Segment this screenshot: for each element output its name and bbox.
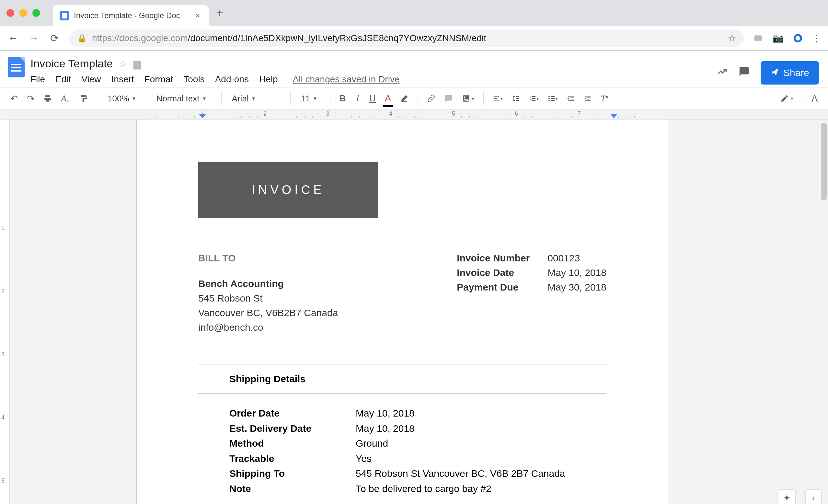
- scrollbar-track[interactable]: [820, 120, 828, 504]
- italic-button[interactable]: I: [351, 91, 364, 106]
- paint-format-button[interactable]: [76, 91, 92, 106]
- scrollbar-thumb[interactable]: [821, 123, 827, 201]
- vertical-ruler[interactable]: 1 2 3 4 5: [0, 120, 10, 504]
- ruler-number: 5: [452, 111, 455, 117]
- menu-edit[interactable]: Edit: [55, 74, 71, 85]
- editing-mode-button[interactable]: ▾: [777, 91, 797, 106]
- lock-icon: 🔒: [77, 34, 87, 43]
- camera-icon[interactable]: 📷: [773, 33, 784, 43]
- insert-link-button[interactable]: [423, 91, 439, 106]
- browser-tab[interactable]: Invoice Template - Google Doc ×: [53, 5, 209, 26]
- order-date: May 10, 2018: [356, 406, 415, 421]
- invoice-date-label: Invoice Date: [457, 265, 531, 280]
- bookmark-star-icon[interactable]: ☆: [728, 32, 736, 44]
- font-size-select[interactable]: 11▾: [296, 91, 325, 106]
- payment-due-label: Payment Due: [457, 280, 531, 294]
- bill-to-label: BILL TO: [198, 251, 338, 265]
- toolbar: ↶ ↷ A✓ 100%▾ Normal text▾ Arial▾ 11▾ B I…: [0, 87, 828, 110]
- shipping-section: Shipping Details Order DateMay 10, 2018 …: [198, 364, 607, 504]
- bold-button[interactable]: B: [336, 91, 350, 106]
- document-page[interactable]: INVOICE BILL TO Bench Accounting 545 Rob…: [137, 120, 668, 504]
- docs-header: Invoice Template ☆ ▆ File Edit View Inse…: [0, 51, 828, 87]
- ruler-number: 7: [578, 111, 581, 117]
- menu-addons[interactable]: Add-ons: [215, 74, 249, 85]
- star-document-icon[interactable]: ☆: [119, 58, 128, 69]
- insert-image-button[interactable]: ▾: [458, 91, 478, 106]
- document-title[interactable]: Invoice Template: [31, 57, 113, 70]
- svg-point-2: [464, 96, 465, 98]
- print-button[interactable]: [40, 91, 56, 106]
- forward-button[interactable]: →: [28, 32, 40, 44]
- increase-indent-button[interactable]: [580, 91, 595, 106]
- comments-icon[interactable]: [739, 66, 750, 80]
- tab-close-icon[interactable]: ×: [194, 11, 202, 21]
- menu-view[interactable]: View: [81, 74, 101, 85]
- invoice-number-label: Invoice Number: [457, 251, 531, 265]
- new-tab-button[interactable]: +: [216, 6, 223, 20]
- explore-button[interactable]: [778, 490, 796, 504]
- numbered-list-button[interactable]: 123▾: [525, 91, 543, 106]
- bulleted-list-button[interactable]: ▾: [544, 91, 562, 106]
- browser-menu-icon[interactable]: ⋮: [812, 32, 821, 44]
- extension-icon[interactable]: [753, 33, 763, 43]
- svg-point-15: [548, 96, 550, 97]
- back-button[interactable]: ←: [7, 32, 19, 44]
- side-panel-toggle[interactable]: ‹: [805, 490, 822, 504]
- window-controls: [6, 9, 40, 17]
- invoice-banner: INVOICE: [198, 162, 378, 218]
- underline-button[interactable]: U: [365, 91, 380, 106]
- redo-button[interactable]: ↷: [23, 91, 38, 106]
- zoom-select[interactable]: 100%▾: [102, 91, 140, 106]
- bill-company: Bench Accounting: [198, 276, 338, 291]
- menu-insert[interactable]: Insert: [112, 74, 134, 85]
- align-button[interactable]: ▾: [489, 91, 507, 106]
- window-minimize-icon[interactable]: [19, 9, 27, 17]
- bill-street: 545 Robson St: [198, 291, 338, 305]
- window-close-icon[interactable]: [6, 9, 14, 17]
- undo-button[interactable]: ↶: [6, 91, 22, 106]
- note: To be delivered to cargo bay #2: [356, 481, 491, 497]
- menu-file[interactable]: File: [31, 74, 45, 85]
- window-maximize-icon[interactable]: [32, 9, 40, 17]
- share-label: Share: [783, 68, 809, 78]
- shipping-to: 545 Robson St Vancouver BC, V6B 2B7 Cana…: [356, 466, 565, 481]
- insert-comment-button[interactable]: [441, 91, 457, 106]
- spellcheck-button[interactable]: A✓: [57, 91, 74, 106]
- decrease-indent-button[interactable]: [563, 91, 579, 106]
- order-date-label: Order Date: [230, 406, 356, 421]
- line-spacing-button[interactable]: [508, 91, 524, 106]
- bill-city: Vancouver BC, V6B2B7 Canada: [198, 305, 338, 320]
- activity-icon[interactable]: [716, 66, 728, 80]
- move-folder-icon[interactable]: ▆: [133, 58, 141, 69]
- collapse-toolbar-button[interactable]: ᐱ: [808, 91, 822, 106]
- highlight-button[interactable]: [396, 91, 412, 106]
- right-indent-marker[interactable]: [611, 114, 617, 118]
- reload-button[interactable]: ⟳: [49, 32, 60, 44]
- address-bar[interactable]: 🔒 https://docs.google.com/document/d/1ln…: [69, 30, 744, 47]
- url-text: https://docs.google.com/document/d/1lnAe…: [92, 33, 722, 43]
- style-select[interactable]: Normal text▾: [151, 91, 216, 106]
- profile-ring-icon[interactable]: [794, 34, 802, 42]
- menu-bar: File Edit View Insert Format Tools Add-o…: [31, 72, 716, 87]
- browser-right-icons: 📷 ⋮: [753, 32, 821, 44]
- tab-title: Invoice Template - Google Doc: [74, 11, 189, 20]
- horizontal-ruler[interactable]: 1234567: [0, 110, 828, 120]
- address-bar-row: ← → ⟳ 🔒 https://docs.google.com/document…: [0, 26, 828, 50]
- invoice-meta-block: Invoice Number000123 Invoice DateMay 10,…: [457, 251, 607, 335]
- ruler-number: 4: [389, 111, 392, 117]
- save-status[interactable]: All changes saved in Drive: [293, 74, 400, 85]
- clear-formatting-button[interactable]: T×: [597, 91, 613, 106]
- ruler-number: 3: [326, 111, 329, 117]
- docs-logo-icon[interactable]: [4, 55, 28, 79]
- document-canvas: 1 2 3 4 5 INVOICE BILL TO Bench Accounti…: [0, 120, 828, 504]
- method: Ground: [356, 436, 388, 451]
- text-color-button[interactable]: A: [381, 91, 395, 106]
- header-right: Share: [716, 55, 819, 85]
- menu-help[interactable]: Help: [259, 74, 278, 85]
- font-select[interactable]: Arial▾: [227, 91, 285, 106]
- shipping-title: Shipping Details: [198, 365, 607, 393]
- share-button[interactable]: Share: [760, 61, 819, 85]
- svg-point-17: [548, 100, 550, 101]
- menu-tools[interactable]: Tools: [183, 74, 204, 85]
- menu-format[interactable]: Format: [144, 74, 173, 85]
